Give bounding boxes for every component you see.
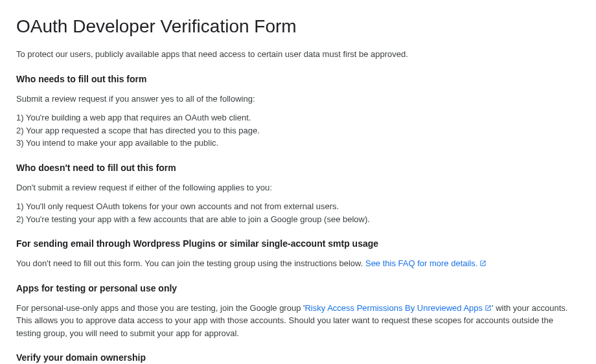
intro-text: To protect our users, publicly available… bbox=[16, 48, 580, 61]
list-item: 1) You're building a web app that requir… bbox=[16, 111, 580, 124]
who-needs-list: 1) You're building a web app that requir… bbox=[16, 111, 580, 150]
who-doesnt-heading: Who doesn't need to fill out this form bbox=[16, 161, 580, 175]
who-doesnt-list: 1) You'll only request OAuth tokens for … bbox=[16, 200, 580, 225]
wordpress-text: You don't need to fill out this form. Yo… bbox=[16, 257, 580, 270]
verify-heading: Verify your domain ownership bbox=[16, 351, 580, 364]
list-item: 2) You're testing your app with a few ac… bbox=[16, 213, 580, 226]
who-needs-intro: Submit a review request if you answer ye… bbox=[16, 93, 580, 106]
external-link-icon bbox=[485, 302, 492, 310]
who-doesnt-intro: Don't submit a review request if either … bbox=[16, 181, 580, 194]
list-item: 2) Your app requested a scope that has d… bbox=[16, 124, 580, 137]
page-title: OAuth Developer Verification Form bbox=[16, 13, 580, 40]
risky-access-link[interactable]: Risky Access Permissions By Unreviewed A… bbox=[304, 303, 492, 313]
external-link-icon bbox=[479, 258, 487, 265]
list-item: 3) You intend to make your app available… bbox=[16, 137, 580, 150]
who-needs-heading: Who needs to fill out this form bbox=[16, 73, 580, 86]
testing-text: For personal-use-only apps and those you… bbox=[16, 302, 580, 340]
list-item: 1) You'll only request OAuth tokens for … bbox=[16, 200, 580, 213]
testing-heading: Apps for testing or personal use only bbox=[16, 282, 580, 295]
faq-link[interactable]: See this FAQ for more details. bbox=[365, 258, 487, 268]
wordpress-heading: For sending email through Wordpress Plug… bbox=[16, 237, 580, 251]
